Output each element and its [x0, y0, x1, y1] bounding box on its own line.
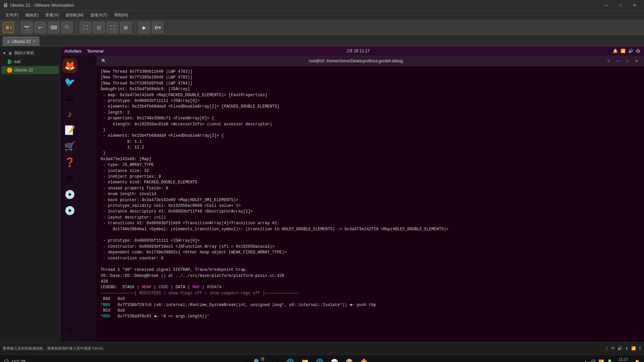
term-line-22: - enum length: invalid — [101, 191, 640, 197]
toolbar-snapshot-button[interactable]: 📷 — [21, 22, 33, 33]
topbar-sound-icon[interactable]: 🔊 — [628, 49, 633, 53]
term-line-16: 0x3a473e142ed9: [Map] — [101, 157, 640, 162]
term-line-31: - constructor: 0x06603bf10ec1 <JSFunctio… — [101, 244, 640, 250]
dock-files[interactable]: 🗂 — [62, 90, 77, 105]
toolbar-pause-button[interactable]: ⏸▾ — [3, 22, 14, 33]
taskbar-notification-button[interactable]: 🔔 — [634, 359, 640, 362]
taskbar-network-icon3[interactable]: 📶 — [598, 359, 604, 362]
menu-edit[interactable]: 编辑(E) — [22, 12, 41, 19]
dock-rhythmbox[interactable]: ♪ — [62, 107, 77, 121]
vmware-minimize-button[interactable]: — — [600, 1, 613, 10]
dock-thunderbird[interactable]: 🐦 — [62, 74, 77, 89]
term-line-24: - prototype_validity cell: 0x192650ac060… — [101, 203, 640, 209]
dock-dvd1[interactable]: 💿 — [62, 187, 77, 202]
dock-writer-icon: 📝 — [64, 125, 75, 135]
taskbar-weather-text: 14°C 阴 — [11, 359, 25, 362]
toolbar-usb-button[interactable]: 🔌 — [61, 22, 73, 33]
toolbar-settings-button[interactable]: ⚙▾ — [152, 22, 163, 33]
terminal-title-text: root@ctf: /home/cforce/Desktop/v8/out.gn… — [107, 59, 604, 63]
taskbar-clock[interactable]: 11:17 2024/2/26 — [615, 357, 632, 362]
dock-show-apps[interactable]: ⠿ — [62, 324, 77, 339]
taskbar-widgets-button[interactable]: 🌐 — [283, 356, 297, 362]
menu-help[interactable]: 帮助(H) — [112, 12, 131, 19]
activities-button[interactable]: Activities — [64, 49, 82, 54]
tab-ubuntu22[interactable]: 🖥 Ubuntu 22 ✕ — [3, 37, 39, 46]
taskbar-files-button[interactable]: 📁 — [298, 356, 312, 362]
nav-item-ubuntu22[interactable]: 🟠 Ubuntu 22 — [1, 66, 59, 74]
taskbar-task-view-button[interactable]: 🗔 — [269, 356, 282, 362]
statusbar-lang-icon: 中 — [611, 346, 615, 351]
terminal-minimize-button[interactable]: — — [614, 58, 622, 64]
taskbar-sound-icon2[interactable]: 🔊 — [590, 359, 596, 362]
menu-tabs[interactable]: 选项卡(T) — [88, 12, 110, 19]
menu-vm[interactable]: 虚拟机(M) — [63, 12, 86, 19]
toolbar-unity-button[interactable]: ⊞ — [120, 22, 131, 33]
statusbar-icons-right: S 中 🔊 🎙 📶 ⠿ — [605, 346, 641, 351]
menu-file[interactable]: 文件(F) — [3, 12, 21, 19]
toolbar-revert-button[interactable]: ↩ — [35, 22, 46, 33]
dock-thunderbird-icon: 🐦 — [64, 77, 75, 87]
term-line-32: - dependent code: 0x1748e39802c1 <Other … — [101, 250, 640, 255]
nav-kali-label: kali — [14, 59, 20, 64]
terminal-menu-button[interactable]: ≡ — [604, 58, 612, 64]
taskbar-other-icon: 🔶 — [360, 358, 368, 362]
ubuntu-dock: 🦊 🐦 🗂 ♪ 📝 🛒 ❓ — [60, 56, 79, 342]
term-line-25: - instance descriptors #1: 0x06603bf11f4… — [101, 209, 640, 215]
dock-settings[interactable]: ⚙ — [62, 171, 77, 186]
dock-help-icon: ❓ — [64, 157, 75, 168]
taskbar-chevron-icon[interactable]: ∧ — [584, 360, 587, 362]
term-line-15: } — [101, 150, 640, 156]
terminal-close-button[interactable]: ✕ — [633, 58, 641, 64]
toolbar-stretch-button[interactable]: ⛶ — [107, 22, 118, 33]
tab-ubuntu22-close[interactable]: ✕ — [33, 39, 36, 44]
taskbar-files-icon: 📁 — [301, 358, 309, 362]
term-line-13: 0: 1.1 — [101, 139, 640, 145]
vmware-close-button[interactable]: ✕ — [628, 1, 641, 10]
terminal-content[interactable]: [New Thread 0x7f3306611640 (LWP 4782)] [… — [97, 66, 644, 342]
rbx-label: RBX — [103, 303, 110, 307]
taskbar-right: ∧ 🔊 📶 🔋 11:17 2024/2/26 🔔 — [584, 357, 640, 362]
dock-rhythmbox-icon: ♪ — [68, 109, 72, 119]
toolbar-fit-button[interactable]: ⊡ — [93, 22, 105, 33]
nav-item-kali[interactable]: 🐉 kali — [1, 58, 59, 66]
taskbar-edge-button[interactable]: 🌐 — [313, 356, 326, 362]
terminal-search-button[interactable]: 🔍 — [100, 58, 107, 64]
terminal-maximize-button[interactable]: □ — [623, 58, 631, 64]
topbar-power-icon[interactable]: ⏻ — [636, 49, 640, 53]
topbar-network-icon[interactable]: 📶 — [621, 49, 626, 53]
taskbar-other-button[interactable]: 🔶 — [357, 356, 371, 362]
statusbar-apps-grid-icon: ⠿ — [639, 346, 641, 351]
dock-firefox[interactable]: 🦊 — [62, 58, 77, 73]
dock-appcenter[interactable]: 🛒 — [62, 139, 77, 154]
term-line-3: [New Thread 0x7f330560f640 (LWP 4784)] — [101, 81, 640, 86]
toolbar-fullscreen-button[interactable]: ⛶ — [80, 22, 91, 33]
terminal-menu-item[interactable]: Terminal — [87, 49, 103, 54]
taskbar-wechat-button[interactable]: 💬 — [328, 356, 341, 362]
toolbar-send-button[interactable]: ⌨ — [48, 22, 59, 33]
vmware-toolbar: ⏸▾ 📷 ↩ ⌨ 🔌 ⛶ ⊡ ⛶ ⊞ ▶ ⚙▾ — [0, 20, 644, 35]
term-line-11: } — [101, 127, 640, 133]
nav-expand-icon: ▼ — [3, 51, 6, 55]
start-button[interactable]: ⊞ — [239, 356, 253, 362]
dock-dvd2[interactable]: 💿 — [62, 203, 77, 218]
vmware-title-left: 🖥 Ubuntu 22 - VMware Workstation — [3, 2, 74, 8]
topbar-right: 🔔 📶 🔊 ⏻ — [613, 49, 640, 53]
taskbar-battery-icon[interactable]: 🔋 — [607, 359, 612, 362]
dock-help[interactable]: ❓ — [62, 155, 77, 170]
vmware-restore-button[interactable]: □ — [614, 1, 627, 10]
taskbar-search-area[interactable]: 🔍 搜索 — [254, 356, 267, 362]
tab-ubuntu22-icon: 🖥 — [6, 40, 10, 44]
dock-writer[interactable]: 📝 — [62, 123, 77, 137]
menu-view[interactable]: 查看(V) — [43, 12, 61, 19]
taskbar-center: ⊞ 🔍 搜索 🗔 🌐 📁 🌐 💬 📦 🔶 — [239, 356, 371, 362]
topbar-bell-icon[interactable]: 🔔 — [613, 49, 618, 53]
vm-area: ▼ 🖥 我的计算机 🐉 kali 🟠 Ubuntu 22 Activities … — [0, 46, 644, 342]
term-line-35: Thread 1 "d8" received signal SIGTRAP, T… — [101, 267, 640, 273]
vmware-statusbar2: 要将输入定向到该虚拟机，请将鼠标指针移入其中或按 Ctrl+G。 S 中 🔊 🎙… — [0, 342, 644, 355]
taskbar-vmware-small-button[interactable]: 📦 — [342, 356, 356, 362]
term-line-17: - type: JS_ARRAY_TYPE — [101, 162, 640, 168]
ubuntu-desktop: Activities Terminal 2月 26 11:17 🔔 📶 🔊 ⏻ … — [60, 46, 644, 342]
topbar-left: Activities Terminal — [64, 49, 103, 54]
toolbar-console-button[interactable]: ▶ — [139, 22, 150, 33]
ubuntu-topbar: Activities Terminal 2月 26 11:17 🔔 📶 🔊 ⏻ — [60, 46, 644, 56]
